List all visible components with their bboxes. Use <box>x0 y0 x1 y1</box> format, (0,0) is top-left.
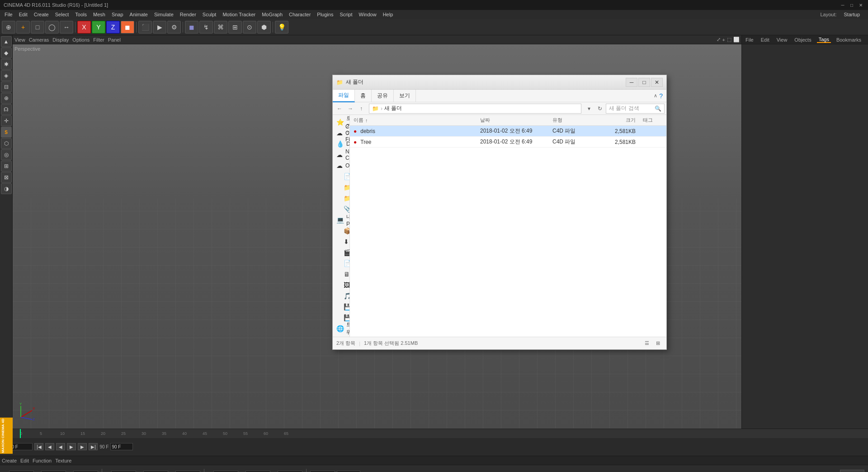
rot-p-input[interactable] <box>175 471 200 472</box>
size-x-input[interactable] <box>41 471 66 472</box>
tool-brush[interactable]: ✱ <box>1 59 12 70</box>
sidebar-docs[interactable]: 📄 문서 <box>333 258 349 269</box>
bottom-function[interactable]: Function <box>33 458 52 463</box>
viewport-tab-panel[interactable]: Panel <box>108 37 121 43</box>
sidebar-my-pc[interactable]: 💻 내 PC <box>333 215 349 225</box>
tool-orange[interactable]: ◼ <box>121 21 134 33</box>
tool-light[interactable]: 💡 <box>275 21 288 33</box>
ribbon-tab-file[interactable]: 파일 <box>333 90 355 102</box>
tool-play[interactable]: ▶ <box>153 21 166 33</box>
close-button[interactable]: ✕ <box>857 2 864 8</box>
dialog-maximize-button[interactable]: □ <box>638 78 650 87</box>
col-size-header[interactable]: 크기 <box>603 117 639 124</box>
sidebar-downloads[interactable]: ⬇ 다운로드 <box>333 236 349 247</box>
viewport-tab-options[interactable]: Options <box>72 37 90 43</box>
menu-create[interactable]: Create <box>31 10 52 19</box>
col-name-header[interactable]: 이름 ↑ <box>350 117 476 124</box>
nav-dropdown-button[interactable]: ▾ <box>584 104 594 114</box>
dialog-close-button[interactable]: ✕ <box>651 78 663 87</box>
menu-mesh[interactable]: Mesh <box>90 10 108 19</box>
tool-pointer[interactable]: ▲ <box>1 36 12 47</box>
menu-plugins[interactable]: Plugins <box>314 10 336 19</box>
frame-start-input[interactable] <box>10 443 33 450</box>
sidebar-music[interactable]: 📁 음악 <box>333 193 349 204</box>
sidebar-desktop[interactable]: 🖥 바탕 화면 <box>333 269 349 280</box>
sidebar-onedrive[interactable]: ☁ OneDrive <box>333 160 349 171</box>
viewport-tab-display[interactable]: Display <box>52 37 69 43</box>
tool-box[interactable]: □ <box>31 21 44 33</box>
menu-sculpt[interactable]: Sculpt <box>200 10 219 19</box>
tool-invert[interactable]: ◑ <box>1 183 12 194</box>
viewport-tab-view[interactable]: View <box>14 37 25 43</box>
col-tag-header[interactable]: 태그 <box>639 117 666 124</box>
menu-edit[interactable]: Edit <box>16 10 30 19</box>
sidebar-videos[interactable]: 🎬 동영상 <box>333 247 349 258</box>
btn-play-fwd[interactable]: ▶ <box>67 443 76 450</box>
apply-button[interactable]: Apply <box>840 470 864 472</box>
col-date-header[interactable]: 날짜 <box>476 117 549 124</box>
ribbon-collapse[interactable]: ∧ <box>654 93 657 99</box>
menu-help[interactable]: Help <box>380 10 396 19</box>
tool-grid[interactable]: ⊞ <box>228 21 242 33</box>
address-bar[interactable]: 📁 › 새 폴더 <box>369 104 581 114</box>
tool-x[interactable]: X <box>77 21 91 33</box>
right-tab-bookmarks[interactable]: Bookmarks <box>835 37 863 43</box>
btn-prev-frame[interactable]: ◀ <box>45 443 54 450</box>
rot-b-input[interactable] <box>278 471 302 472</box>
tool-cube[interactable]: ◼ <box>185 21 198 33</box>
tool-render[interactable]: ⚙ <box>167 21 181 33</box>
col-type-header[interactable]: 유형 <box>549 117 603 124</box>
sidebar-network[interactable]: 🌐 네트워크 <box>333 323 349 334</box>
menu-file[interactable]: File <box>2 10 15 19</box>
nav-back-button[interactable]: ← <box>335 104 344 114</box>
sidebar-music2[interactable]: 🎵 음악 <box>333 291 349 301</box>
sidebar-pictures[interactable]: 🖼 사진 <box>333 280 349 291</box>
sidebar-naver-cloud[interactable]: ☁ Naver Cloud <box>333 149 349 160</box>
ribbon-tab-home[interactable]: 홈 <box>355 90 372 102</box>
size-y-input[interactable] <box>143 471 168 472</box>
scale-dropdown[interactable]: Scale Size <box>337 471 360 472</box>
tool-scale[interactable]: ↔ <box>60 21 73 33</box>
tool-edge[interactable]: ⊟ <box>1 81 12 92</box>
tool-morph[interactable]: ↯ <box>199 21 213 33</box>
menu-render[interactable]: Render <box>177 10 199 19</box>
right-tab-edit[interactable]: Edit <box>759 37 771 43</box>
bottom-create[interactable]: Create <box>2 458 17 463</box>
viewport-tab-filter[interactable]: Filter <box>93 37 104 43</box>
world-dropdown[interactable]: World Object <box>310 471 335 472</box>
dialog-minimize-button[interactable]: ─ <box>626 78 637 87</box>
right-tab-objects[interactable]: Objects <box>793 37 813 43</box>
sidebar-creative-cloud[interactable]: ☁ Creative Cloud Files <box>333 128 349 138</box>
ribbon-help[interactable]: ? <box>659 92 663 100</box>
sidebar-3d-objects[interactable]: 📦 3D 개체 <box>333 225 349 236</box>
right-tab-view[interactable]: View <box>775 37 789 43</box>
tool-rotate-y[interactable]: ◯ <box>45 21 59 33</box>
frame-end-input[interactable] <box>110 443 133 450</box>
right-tab-file[interactable]: File <box>744 37 755 43</box>
sidebar-documents[interactable]: 📄 Documents <box>333 171 349 182</box>
menu-script[interactable]: Script <box>337 10 355 19</box>
maximize-button[interactable]: □ <box>848 2 855 8</box>
viewport-tab-cameras[interactable]: Cameras <box>29 37 49 43</box>
bottom-texture[interactable]: Texture <box>55 458 71 463</box>
ribbon-tab-share[interactable]: 공유 <box>372 90 394 102</box>
btn-go-end[interactable]: ▶| <box>89 443 98 450</box>
search-icon[interactable]: 🔍 <box>655 105 661 112</box>
tool-record[interactable]: ⬛ <box>138 21 152 33</box>
tool-extrude[interactable]: ⬢ <box>257 21 271 33</box>
menu-select[interactable]: Select <box>52 10 72 19</box>
minimize-button[interactable]: ─ <box>839 2 846 8</box>
rot-h-input[interactable] <box>73 471 98 472</box>
viewport-icon-fullscreen[interactable]: ⬜ <box>733 37 740 43</box>
tool-move[interactable]: ⊕ <box>2 21 15 33</box>
menu-animate[interactable]: Animate <box>127 10 151 19</box>
pos-z-input[interactable] <box>213 471 238 472</box>
nav-refresh-button[interactable]: ↻ <box>595 104 605 114</box>
file-row-tree[interactable]: ● Tree 2018-01-02 오전 6:49 C4D 파일 2,581KB <box>350 137 666 148</box>
tool-y[interactable]: Y <box>92 21 105 33</box>
btn-play-back[interactable]: ◀ <box>56 443 65 450</box>
btn-go-start[interactable]: |◀ <box>34 443 43 450</box>
tool-sym[interactable]: ⌘ <box>214 21 227 33</box>
ribbon-tab-view[interactable]: 보기 <box>394 90 416 102</box>
tool-axis[interactable]: ✛ <box>1 115 12 126</box>
